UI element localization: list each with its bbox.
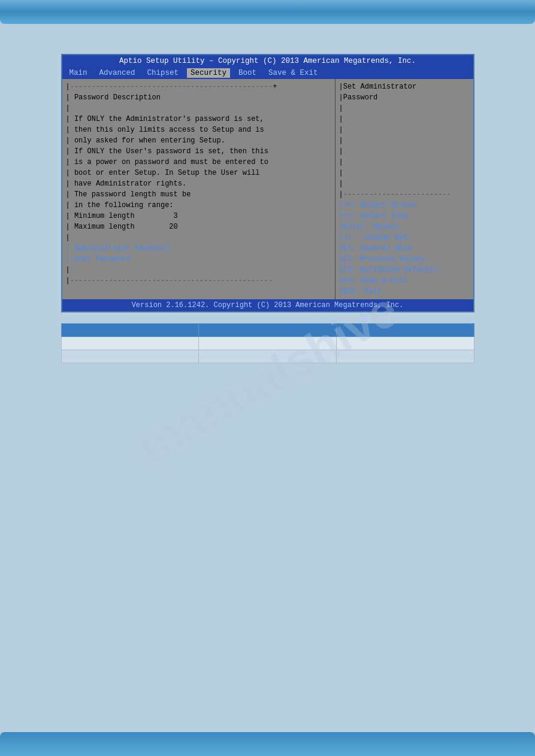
bios-menu-boot[interactable]: Boot — [235, 68, 260, 78]
bios-right-select-item: |^v: Select Item — [339, 211, 470, 221]
bios-separator-top: |---------------------------------------… — [66, 81, 331, 92]
bios-right-esc-exit: |ESC: Exit — [339, 286, 470, 297]
bios-line-3: | then this only limits access to Setup … — [66, 125, 331, 135]
bios-title-bar: Aptio Setup Utility – Copyright (C) 2013… — [62, 55, 473, 67]
table-header-col3 — [336, 324, 474, 337]
table-header-col2 — [199, 324, 337, 337]
bios-right-blank3: | — [339, 125, 470, 135]
bios-admin-password-label[interactable]: | Administrator Password — [66, 243, 331, 254]
bios-line-12: | Maximum length 20 — [66, 221, 331, 232]
bios-line-8: | have Administrator rights. — [66, 178, 331, 189]
bios-right-blank5: | — [339, 146, 470, 157]
bios-right-blank2: | — [339, 114, 470, 125]
bios-line-11: | Minimum length 3 — [66, 211, 331, 221]
bios-right-password: |Password — [339, 92, 470, 103]
bios-right-save-exit: |F4: Save & Exit — [339, 275, 470, 286]
table-row2-col3 — [336, 350, 474, 363]
bios-menu-security[interactable]: Security — [187, 68, 230, 78]
bios-right-blank7: | — [339, 168, 470, 178]
main-content: Aptio Setup Utility – Copyright (C) 2013… — [0, 24, 535, 732]
table-row1-col1 — [61, 337, 199, 350]
bios-menu-chipset[interactable]: Chipset — [144, 68, 183, 78]
bios-right-blank6: | — [339, 157, 470, 168]
table-header-col1 — [61, 324, 199, 337]
bios-line-13: | — [66, 232, 331, 243]
bios-right-select-screen: |><: Select Screen — [339, 200, 470, 211]
bios-line-16: | — [66, 265, 331, 275]
bios-menu-main[interactable]: Main — [66, 68, 91, 78]
bios-menu-save-exit[interactable]: Save & Exit — [265, 68, 322, 78]
bios-screenshot: Aptio Setup Utility – Copyright (C) 2013… — [61, 54, 474, 312]
bios-separator-bottom: |---------------------------------------… — [66, 275, 331, 286]
bios-menu-bar: Main Advanced Chipset Security Boot Save… — [62, 67, 473, 79]
bios-line-1: | — [66, 103, 331, 114]
bios-right-separator: |------------------------- — [339, 189, 470, 200]
bios-right-panel: |Set Administrator |Password | | | | | |… — [335, 79, 473, 299]
bios-title-text: Aptio Setup Utility – Copyright (C) 2013… — [119, 57, 416, 65]
bios-password-description-label: | Password Description — [66, 92, 331, 103]
bios-line-10: | in the following range: — [66, 200, 331, 211]
bios-right-blank4: | — [339, 135, 470, 146]
table-row2-col2 — [199, 350, 337, 363]
bios-right-previous-values: |F2: Previous Values — [339, 254, 470, 265]
bios-right-enter-select: |Enter: Select — [339, 221, 470, 232]
bios-right-optimized-defaults: |F3: Optimized Defaults — [339, 265, 470, 275]
table-header-row — [61, 324, 474, 337]
table-row1-col2 — [199, 337, 337, 350]
bios-left-panel: |---------------------------------------… — [62, 79, 335, 299]
bios-user-password-label[interactable]: | User Password — [66, 254, 331, 265]
top-decorative-bar — [0, 0, 535, 24]
bottom-decorative-bar — [0, 732, 535, 756]
bios-right-set-admin: |Set Administrator — [339, 81, 470, 92]
bios-version-text: Version 2.16.1242. Copyright (C) 2013 Am… — [132, 301, 404, 309]
info-table — [61, 323, 474, 363]
bios-menu-advanced[interactable]: Advanced — [96, 68, 139, 78]
table-row1-col3 — [336, 337, 474, 350]
bios-right-general-help: |F1: General Help — [339, 243, 470, 254]
bios-line-9: | The password length must be — [66, 189, 331, 200]
bios-line-2: | If ONLY the Administrator's password i… — [66, 114, 331, 125]
bios-bottom-bar: Version 2.16.1242. Copyright (C) 2013 Am… — [62, 299, 473, 311]
bios-line-4: | only asked for when entering Setup. — [66, 135, 331, 146]
bios-right-blank8: | — [339, 178, 470, 189]
table-row-2 — [61, 350, 474, 363]
bios-right-blank1: | — [339, 103, 470, 114]
bios-main-area: |---------------------------------------… — [62, 79, 473, 299]
bios-line-7: | boot or enter Setup. In Setup the User… — [66, 168, 331, 178]
bios-line-6: | is a power on password and must be ent… — [66, 157, 331, 168]
bios-right-change-opt: |+/-: Change Opt. — [339, 232, 470, 243]
table-row-1 — [61, 337, 474, 350]
table-row2-col1 — [61, 350, 199, 363]
bios-line-5: | If ONLY the User's password is set, th… — [66, 146, 331, 157]
